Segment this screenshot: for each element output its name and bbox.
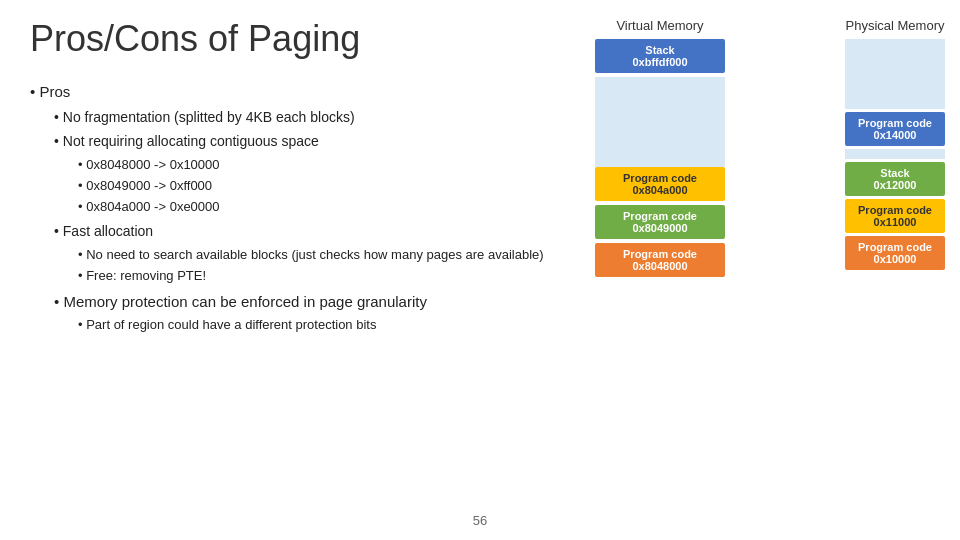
pm-prog-11-block: Program code0x11000 bbox=[845, 199, 945, 233]
content-area: • Pros • No fragmentation (splitted by 4… bbox=[30, 80, 560, 336]
pm-prog-14-block: Program code0x14000 bbox=[845, 112, 945, 146]
addr3-bullet: • 0x804a000 -> 0xe0000 bbox=[78, 197, 560, 217]
vm-empty-space bbox=[595, 77, 725, 167]
pm-stack-12-block: Stack0x12000 bbox=[845, 162, 945, 196]
vm-prog-8048-block: Program code0x8048000 bbox=[595, 243, 725, 277]
part-region-bullet: • Part of region could have a different … bbox=[78, 315, 560, 335]
page-number: 56 bbox=[473, 513, 487, 528]
addr1-bullet: • 0x8048000 -> 0x10000 bbox=[78, 155, 560, 175]
fast-allocation-bullet: • Fast allocation bbox=[54, 221, 560, 243]
addr2-bullet: • 0x8049000 -> 0xff000 bbox=[78, 176, 560, 196]
virtual-memory-label: Virtual Memory bbox=[590, 18, 730, 33]
no-need-bullet: • No need to search available blocks (ju… bbox=[78, 245, 560, 265]
pm-prog-10-block: Program code0x10000 bbox=[845, 236, 945, 270]
pros-heading: • Pros bbox=[30, 80, 560, 103]
physical-memory-label: Physical Memory bbox=[840, 18, 950, 33]
pm-empty-top bbox=[845, 39, 945, 109]
pm-empty-mid bbox=[845, 149, 945, 159]
free-pte-bullet: • Free: removing PTE! bbox=[78, 266, 560, 286]
vm-prog-8049-block: Program code0x8049000 bbox=[595, 205, 725, 239]
vm-stack-block: Stack0xbffdf000 bbox=[595, 39, 725, 73]
page-title: Pros/Cons of Paging bbox=[30, 18, 360, 60]
virtual-memory-section: Virtual Memory Stack0xbffdf000 Program c… bbox=[590, 18, 730, 281]
not-requiring-bullet: • Not requiring allocating contiguous sp… bbox=[54, 131, 560, 153]
vm-prog-804a-block: Program code0x804a000 bbox=[595, 167, 725, 201]
physical-memory-section: Physical Memory Program code0x14000 Stac… bbox=[840, 18, 950, 273]
mem-protect-bullet: • Memory protection can be enforced in p… bbox=[54, 290, 560, 313]
no-fragmentation-bullet: • No fragmentation (splitted by 4KB each… bbox=[54, 107, 560, 129]
